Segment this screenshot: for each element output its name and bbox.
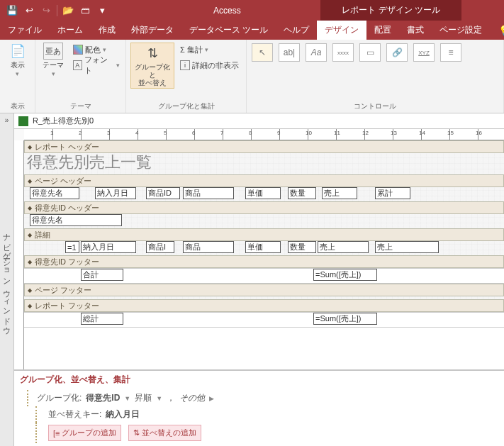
group-theme-title: テーマ: [40, 100, 121, 111]
button-control[interactable]: xxxx: [332, 43, 354, 62]
det-col-7[interactable]: 売上: [318, 241, 369, 253]
gfoot-label[interactable]: 合計: [81, 269, 123, 281]
list-control[interactable]: ≡: [440, 43, 461, 62]
section-report-footer[interactable]: レポート フッター: [24, 299, 504, 312]
tab-arrange[interactable]: 配置: [366, 21, 399, 40]
view-label: 表示: [11, 61, 25, 69]
section-page-header[interactable]: ページ ヘッダー: [24, 174, 504, 187]
det-col-5[interactable]: 単価: [245, 241, 281, 253]
ribbon: 📄表示▾ 表示 亜あテーマ▾ 配色▾ Aフォント▾ テーマ ⇅グループ化と 並べ…: [0, 40, 504, 113]
workspace: » ナビゲーション ウィンドウ R_売上得意先別0 12345678910111…: [0, 113, 504, 446]
contextual-tool-title: レポート デザイン ツール: [320, 0, 461, 21]
hdr-col-3[interactable]: 商品ID: [146, 187, 180, 199]
group-and-sort-button[interactable]: ⇅グループ化と 並べ替え: [133, 45, 172, 87]
tab-file[interactable]: ファイル: [0, 21, 50, 40]
title-bar: 💾 ↩ ↪ 📂 🗃 ▾ Access レポート デザイン ツール: [0, 0, 504, 21]
link-control[interactable]: 🔗: [386, 43, 408, 62]
totals-button[interactable]: Σ集計▾: [179, 43, 240, 57]
db-button[interactable]: 🗃: [77, 3, 93, 18]
report-icon: [18, 116, 28, 126]
tab-external-data[interactable]: 外部データ: [123, 21, 181, 40]
det-col-8[interactable]: 売上: [375, 241, 439, 253]
gbs-sort-row[interactable]: 並べ替えキー: 納入月日: [20, 406, 498, 423]
rfoot-label[interactable]: 総計: [81, 313, 123, 325]
qat-more-button[interactable]: ▾: [94, 3, 110, 18]
gbs-group-row[interactable]: グループ化: 得意先ID▼ 昇順▼ ， その他▶: [20, 390, 498, 406]
add-group-label: グループの追加: [62, 428, 116, 438]
add-group-button[interactable]: [≡グループの追加: [48, 425, 121, 441]
hdr-col-8[interactable]: 累計: [375, 187, 410, 199]
hide-details-label: 詳細の非表示: [192, 60, 239, 71]
gbs-comma: ，: [167, 392, 175, 404]
save-button[interactable]: 💾: [4, 3, 20, 18]
tab-page-setup[interactable]: ページ設定: [432, 21, 490, 40]
group-controls: ↖ ab| Aa xxxx ▭ 🔗 XYZ ≡ コントロール: [247, 40, 504, 113]
det-col-2[interactable]: 納入月日: [81, 241, 136, 253]
group-sort-total-pane: グループ化、並べ替え、集計 グループ化: 得意先ID▼ 昇順▼ ， その他▶ 並…: [14, 369, 504, 446]
combo-control[interactable]: XYZ: [413, 43, 435, 62]
totals-label: 集計: [187, 45, 203, 55]
rfoot-sum[interactable]: =Sum([売上]): [313, 313, 377, 325]
gbs-sortkey-label: 並べ替えキー:: [48, 408, 101, 420]
section-detail[interactable]: 詳細: [24, 228, 504, 241]
theme-label: テーマ: [43, 61, 64, 69]
tab-database-tools[interactable]: データベース ツール: [181, 21, 276, 40]
hdr-col-1[interactable]: 得意先名: [30, 187, 79, 199]
redo-button[interactable]: ↪: [38, 3, 54, 18]
gbs-more[interactable]: その他: [179, 392, 205, 404]
quick-access-toolbar: 💾 ↩ ↪ 📂 🗃 ▾: [0, 3, 114, 18]
ribbon-tab-bar: ファイル ホーム 作成 外部データ データベース ツール ヘルプ デザイン 配置…: [0, 21, 504, 40]
hdr-col-4[interactable]: 商品: [183, 187, 234, 199]
tab-format[interactable]: 書式: [399, 21, 432, 40]
gbs-sort-field[interactable]: 納入月日: [106, 408, 140, 420]
tab-control[interactable]: ▭: [359, 43, 381, 62]
app-title: Access: [213, 6, 241, 16]
hide-details-button[interactable]: i詳細の非表示: [179, 58, 240, 72]
label-control[interactable]: Aa: [306, 43, 327, 62]
section-page-footer[interactable]: ページ フッター: [24, 284, 504, 296]
colors-label: 配色: [85, 45, 101, 55]
gbs-asc[interactable]: 昇順: [135, 392, 152, 404]
add-sort-button[interactable]: ⇅並べ替えの追加: [128, 425, 201, 441]
add-sort-label: 並べ替えの追加: [142, 428, 196, 438]
gbs-group-field[interactable]: 得意先ID: [86, 392, 120, 404]
tab-create[interactable]: 作成: [91, 21, 123, 40]
group-sort-label: グループ化と 並べ替え: [133, 63, 172, 87]
hdr-col-7[interactable]: 売上: [322, 187, 357, 199]
textbox-control[interactable]: ab|: [279, 43, 300, 62]
object-tab[interactable]: R_売上得意先別0: [14, 113, 504, 129]
group-controls-title: コントロール: [251, 100, 499, 111]
group-name-field[interactable]: 得意先名: [30, 214, 122, 226]
tab-help[interactable]: ヘルプ: [276, 21, 317, 40]
group-view-title: 表示: [4, 100, 30, 111]
vertical-ruler: [14, 140, 24, 369]
det-col-4[interactable]: 商品: [183, 241, 234, 253]
view-button[interactable]: 📄表示▾: [4, 43, 30, 77]
section-group-header[interactable]: 得意先ID ヘッダー: [24, 201, 504, 214]
select-control[interactable]: ↖: [252, 43, 273, 62]
nav-pane-collapsed[interactable]: » ナビゲーション ウィンドウ: [0, 113, 14, 446]
tab-home[interactable]: ホーム: [50, 21, 91, 40]
section-group-footer[interactable]: 得意先ID フッター: [24, 255, 504, 268]
report-title-label[interactable]: 得意先別売上一覧: [26, 153, 238, 172]
tab-design[interactable]: デザイン: [317, 21, 366, 40]
det-rownum[interactable]: =1: [65, 241, 79, 253]
group-grouping-title: グループ化と集計: [130, 100, 242, 111]
det-col-6[interactable]: 数量: [288, 241, 316, 253]
group-grouping: ⇅グループ化と 並べ替え Σ集計▾ i詳細の非表示 グループ化と集計: [126, 40, 247, 113]
undo-button[interactable]: ↩: [21, 3, 37, 18]
hdr-col-2[interactable]: 納入月日: [95, 187, 136, 199]
tell-me-button[interactable]: 💡: [490, 21, 504, 40]
det-col-3[interactable]: 商品I: [146, 241, 174, 253]
gfoot-sum[interactable]: =Sum([売上]): [313, 269, 377, 281]
fonts-button[interactable]: Aフォント▾: [72, 58, 121, 72]
section-report-header[interactable]: レポート ヘッダー: [24, 140, 504, 153]
themes-button[interactable]: 亜あテーマ▾: [40, 43, 67, 77]
open-button[interactable]: 📂: [60, 3, 76, 18]
hdr-col-5[interactable]: 単価: [245, 187, 281, 199]
gbs-add-row: [≡グループの追加 ⇅並べ替えの追加: [20, 423, 498, 443]
gbs-groupby-label: グループ化:: [37, 392, 82, 404]
hdr-col-6[interactable]: 数量: [288, 187, 316, 199]
report-canvas[interactable]: レポート ヘッダー 得意先別売上一覧 ページ ヘッダー 得意先名 納入月日 商品…: [24, 140, 504, 369]
group-theme: 亜あテーマ▾ 配色▾ Aフォント▾ テーマ: [35, 40, 126, 113]
